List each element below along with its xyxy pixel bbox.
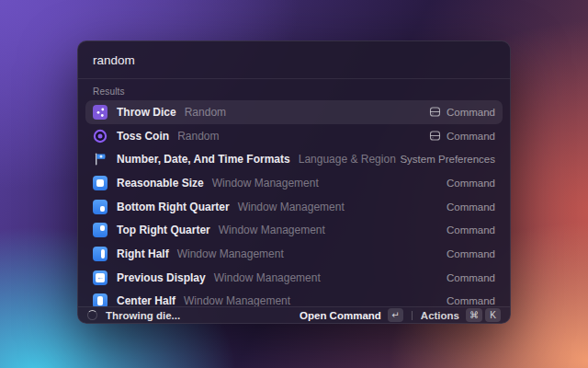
footer-bar: Throwing die... Open Command ↵ Actions ⌘… [78, 306, 510, 323]
k-key-badge: K [485, 308, 501, 322]
window-center-half-icon [93, 293, 107, 306]
list-item-number-date-time-formats[interactable]: Number, Date, And Time Formats Language … [85, 147, 503, 171]
search-bar [78, 41, 510, 78]
result-type: Command [447, 107, 495, 118]
window-top-right-icon [93, 223, 107, 237]
open-command-button[interactable]: Open Command ↵ [300, 308, 403, 322]
result-type: Command [447, 131, 495, 142]
list-item-center-half[interactable]: Center Half Window Management Command [85, 290, 503, 307]
footer-divider [412, 311, 413, 320]
result-subtitle: Window Management [177, 247, 284, 260]
result-title: Previous Display [117, 271, 206, 284]
list-item-right-half[interactable]: Right Half Window Management Command [85, 242, 503, 266]
actions-button[interactable]: Actions ⌘ K [421, 308, 501, 322]
result-title: Top Right Quarter [117, 224, 210, 236]
result-type: Command [447, 272, 495, 283]
result-title: Throw Dice [117, 106, 176, 119]
previous-display-icon [93, 270, 107, 285]
status-text: Throwing die... [106, 310, 180, 321]
flag-icon [93, 152, 107, 167]
launcher-window: Results Throw Dice Random Command Toss C… [77, 40, 511, 324]
result-subtitle: Window Management [238, 201, 345, 213]
actions-label: Actions [421, 310, 459, 321]
result-type: Command [447, 224, 495, 236]
result-title: Toss Coin [117, 130, 169, 143]
result-title: Bottom Right Quarter [117, 201, 230, 213]
result-subtitle: Language & Region [299, 153, 396, 166]
result-subtitle: Window Management [219, 224, 325, 236]
result-title: Right Half [117, 247, 169, 260]
coin-icon [93, 129, 107, 144]
result-type: Command [447, 248, 495, 259]
open-command-label: Open Command [300, 310, 381, 321]
dice-icon [93, 105, 107, 120]
cmd-key-badge: ⌘ [466, 308, 482, 322]
result-subtitle: Window Management [184, 294, 290, 306]
result-subtitle: Random [177, 130, 219, 143]
result-title: Reasonable Size [117, 177, 204, 190]
result-type: System Preferences [400, 154, 495, 165]
list-item-previous-display[interactable]: Previous Display Window Management Comma… [85, 266, 503, 290]
loading-spinner-icon [87, 310, 97, 320]
list-item-toss-coin[interactable]: Toss Coin Random Command [85, 124, 503, 148]
result-type: Command [447, 201, 495, 213]
window-bottom-right-icon [93, 200, 107, 214]
result-title: Number, Date, And Time Formats [117, 153, 290, 166]
list-item-reasonable-size[interactable]: Reasonable Size Window Management Comman… [85, 171, 503, 195]
window-right-half-icon [93, 247, 107, 261]
results-list: Throw Dice Random Command Toss Coin Rand… [78, 100, 510, 306]
command-icon [429, 106, 441, 118]
window-center-icon [93, 176, 107, 190]
search-input[interactable] [93, 53, 495, 67]
result-type: Command [447, 295, 495, 306]
result-type: Command [447, 178, 495, 189]
return-key-badge: ↵ [388, 308, 403, 322]
list-item-bottom-right-quarter[interactable]: Bottom Right Quarter Window Management C… [85, 195, 503, 219]
result-title: Center Half [117, 294, 175, 306]
result-subtitle: Window Management [212, 177, 319, 190]
result-subtitle: Window Management [214, 271, 321, 284]
list-item-throw-dice[interactable]: Throw Dice Random Command [85, 100, 503, 124]
result-subtitle: Random [185, 106, 226, 119]
results-section-header: Results [78, 79, 510, 100]
list-item-top-right-quarter[interactable]: Top Right Quarter Window Management Comm… [85, 218, 503, 242]
command-icon [429, 130, 441, 142]
